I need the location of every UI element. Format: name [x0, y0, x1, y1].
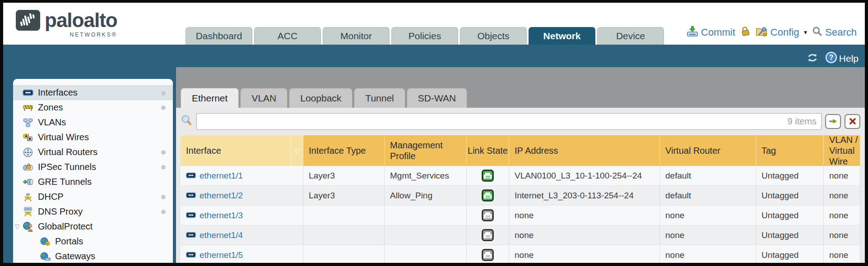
- interface-type-cell: [303, 245, 385, 263]
- sidebar-item-virtual-wires[interactable]: Virtual Wires: [13, 130, 173, 145]
- column-sort-dropdown-icon[interactable]: [291, 135, 303, 166]
- search-button[interactable]: Search: [812, 26, 857, 39]
- subtab-ethernet[interactable]: Ethernet: [181, 88, 239, 108]
- col-tag[interactable]: Tag: [756, 135, 824, 166]
- interface-link[interactable]: ethernet1/2: [200, 191, 243, 201]
- col-ip-address[interactable]: IP Address: [509, 135, 660, 166]
- sidebar-item-virtual-routers[interactable]: Virtual Routers: [13, 145, 173, 160]
- brand-tagline: NETWORKS®: [45, 32, 117, 38]
- apply-filter-button[interactable]: [825, 114, 841, 129]
- subtab-tunnel[interactable]: Tunnel: [354, 88, 405, 108]
- tab-dashboard[interactable]: Dashboard: [186, 27, 252, 45]
- tab-acc[interactable]: ACC: [254, 27, 321, 45]
- interface-link[interactable]: ethernet1/5: [200, 250, 243, 260]
- interface-link[interactable]: ethernet1/3: [200, 211, 243, 220]
- search-icon: [812, 26, 822, 39]
- vlan-wire-cell: none: [824, 206, 860, 225]
- tab-monitor[interactable]: Monitor: [323, 27, 390, 45]
- ethernet-interface-icon: [186, 211, 196, 220]
- interface-cell: ethernet1/3: [181, 206, 303, 225]
- table-row: ethernet1/5 none none Untagged none: [181, 245, 860, 263]
- tag-cell: Untagged: [756, 186, 824, 206]
- sidebar-item-vlans[interactable]: VLANs: [13, 115, 173, 130]
- ethernet-panel: 9 items: [176, 108, 865, 263]
- col-link-state[interactable]: Link State: [467, 135, 509, 166]
- tab-device[interactable]: Device: [597, 27, 664, 45]
- interfaces-icon: [21, 89, 35, 96]
- brand-logo: paloalto NETWORKS®: [16, 10, 117, 38]
- sidebar-item-dns-proxy[interactable]: DNS DNS Proxy: [13, 204, 173, 219]
- virtual-routers-icon: [21, 147, 35, 157]
- ethernet-interface-icon: [186, 171, 196, 181]
- brand-name: paloalto: [45, 10, 117, 31]
- link-state-icon[interactable]: [482, 170, 494, 182]
- table-row: ethernet1/2 Layer3 Allow_Ping Internet_L…: [181, 186, 860, 206]
- col-virtual-router[interactable]: Virtual Router: [660, 135, 756, 166]
- network-sidebar: Interfaces Zones: [13, 79, 173, 263]
- link-state-icon[interactable]: [482, 249, 494, 261]
- globalprotect-icon: [21, 221, 35, 232]
- dns-proxy-icon: DNS: [21, 207, 35, 217]
- virtual-router-cell: none: [660, 225, 756, 245]
- link-state-icon[interactable]: [482, 189, 494, 202]
- subtab-sdwan[interactable]: SD-WAN: [407, 88, 467, 108]
- interface-cell: ethernet1/5: [181, 245, 303, 263]
- app-window: paloalto NETWORKS® Dashboard ACC Monitor…: [3, 3, 865, 263]
- sidebar-item-gateways[interactable]: Gateways: [13, 249, 173, 263]
- commit-icon: [687, 26, 698, 40]
- col-interface[interactable]: Interface: [181, 135, 291, 166]
- clear-filter-button[interactable]: [845, 114, 860, 129]
- status-dot: [161, 105, 166, 110]
- svg-text:DNS: DNS: [25, 207, 32, 211]
- sidebar-item-globalprotect[interactable]: GlobalProtect: [13, 219, 173, 234]
- expand-caret-icon[interactable]: [15, 223, 20, 230]
- sidebar-item-gre-tunnels[interactable]: GRE Tunnels: [13, 174, 173, 189]
- refresh-icon[interactable]: [806, 52, 819, 66]
- tab-network[interactable]: Network: [529, 27, 595, 45]
- sidebar-item-zones[interactable]: Zones: [13, 100, 173, 115]
- interface-link[interactable]: ethernet1/1: [200, 171, 243, 181]
- config-icon: [755, 26, 768, 40]
- config-menu-button[interactable]: Config: [755, 26, 808, 40]
- secondary-bar: ? Help: [3, 45, 865, 67]
- ip-address-cell: none: [509, 206, 660, 225]
- status-dot: [161, 165, 166, 170]
- ip-address-cell: none: [509, 245, 660, 263]
- status-dot: [161, 210, 166, 214]
- table-row: ethernet1/4 none none Untagged none: [181, 225, 860, 245]
- sidebar-item-interfaces[interactable]: Interfaces: [13, 85, 173, 100]
- filter-input[interactable]: [197, 114, 788, 129]
- subtab-vlan[interactable]: VLAN: [240, 88, 288, 108]
- management-profile-cell: [385, 206, 467, 225]
- help-button[interactable]: ? Help: [825, 51, 859, 66]
- col-management-profile[interactable]: Management Profile: [385, 135, 467, 166]
- interface-link[interactable]: ethernet1/4: [200, 230, 243, 240]
- interface-type-cell: [303, 206, 385, 225]
- link-state-icon[interactable]: [482, 229, 494, 241]
- link-state-icon[interactable]: [482, 209, 494, 221]
- tag-cell: Untagged: [756, 206, 824, 225]
- tab-objects[interactable]: Objects: [460, 27, 527, 45]
- table-header: Interface Interface Type Management Prof…: [181, 135, 860, 166]
- vlan-wire-cell: none: [824, 225, 860, 245]
- sidebar-item-ipsec-tunnels[interactable]: IPSec Tunnels: [13, 160, 173, 174]
- vlans-icon: [21, 118, 35, 127]
- link-state-cell: [467, 166, 509, 186]
- col-vlan-virtual-wire[interactable]: VLAN / Virtual Wire: [824, 135, 860, 166]
- sidebar-item-portals[interactable]: Portals: [13, 234, 173, 249]
- link-state-cell: [467, 245, 509, 263]
- commit-button[interactable]: Commit: [687, 26, 735, 40]
- portals-icon: [38, 237, 52, 246]
- table-row: ethernet1/3 none none Untagged none: [181, 206, 860, 225]
- tag-cell: Untagged: [756, 166, 824, 186]
- tab-policies[interactable]: Policies: [391, 27, 458, 45]
- subtab-loopback[interactable]: Loopback: [289, 88, 353, 108]
- lock-icon[interactable]: [739, 25, 751, 40]
- ethernet-interface-icon: [186, 191, 196, 201]
- sidebar-item-dhcp[interactable]: IP DHCP: [13, 189, 173, 204]
- status-dot: [161, 91, 166, 96]
- ethernet-interface-icon: [186, 250, 196, 260]
- col-interface-type[interactable]: Interface Type: [303, 135, 385, 166]
- filter-magnifier-icon: [181, 115, 193, 128]
- vlan-wire-cell: none: [824, 186, 860, 206]
